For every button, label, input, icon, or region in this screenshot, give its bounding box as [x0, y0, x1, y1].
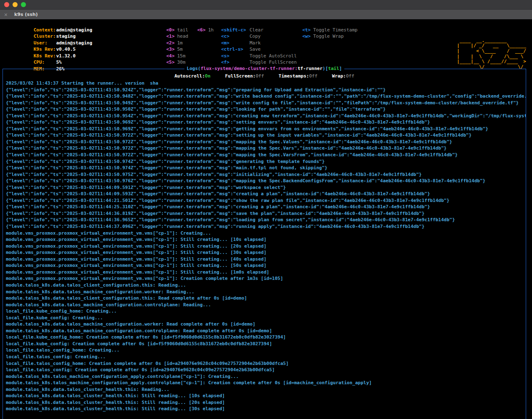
hotkey-label: Mark: [249, 40, 261, 46]
title-bracket-close: ]: [339, 66, 342, 71]
hotkey-label: Copy: [249, 34, 261, 39]
log-line: {"level":"info","ts":"2025-03-02T11:44:2…: [6, 197, 526, 204]
log-line: module.vms_proxmox.proxmox_virtual_envir…: [6, 275, 526, 282]
log-line: 2025/03/02 11:43:37 Starting the runner.…: [6, 80, 526, 87]
hotkey-key: <ctrl-s>: [221, 46, 249, 53]
status-label: Wrap:: [332, 73, 346, 79]
cluster-info-row: Context:admin@staging: [6, 20, 92, 27]
status-label: FullScreen:: [225, 73, 256, 79]
log-line: module.talos_k8s.data.talos_client_confi…: [6, 295, 526, 302]
log-line: module.vms_proxmox.proxmox_virtual_envir…: [6, 243, 526, 250]
log-status-row: Autoscroll:On FullScreen:Off Timestamps:…: [3, 73, 526, 80]
hotkey-key: <t>: [302, 27, 313, 34]
log-line: {"level":"info","ts":"2025-03-02T11:43:5…: [6, 106, 526, 113]
tab-close-icon[interactable]: ✕: [4, 11, 11, 18]
status-label: Timestamps:: [279, 73, 309, 79]
log-line: {"level":"info","ts":"2025-03-02T11:44:3…: [6, 223, 526, 230]
info-value: v1.32.0: [56, 53, 75, 59]
hotkey-key: <3>: [166, 46, 177, 53]
info-value: v0.40.5: [56, 47, 75, 52]
log-line: module.talos_k8s.talos_machine_configura…: [6, 380, 526, 386]
hotkey-key: <w>: [302, 33, 313, 40]
log-line: {"level":"info","ts":"2025-03-02T11:43:5…: [6, 113, 526, 119]
status-item: Autoscroll:On: [175, 73, 211, 80]
status-value: Off: [256, 73, 264, 79]
log-line: {"level":"info","ts":"2025-03-02T11:43:5…: [6, 145, 526, 152]
log-line: module.talos_k8s.data.talos_cluster_heal…: [6, 406, 526, 412]
log-line: {"level":"info","ts":"2025-03-02T11:44:3…: [6, 210, 526, 217]
terminal-tab-bar: ✕ k9s (ssh): [0, 9, 532, 19]
log-line: {"level":"info","ts":"2025-03-02T11:43:5…: [6, 119, 526, 126]
info-label: Cluster:: [33, 33, 56, 40]
info-value: admin@staging: [56, 40, 92, 46]
logs-panel: Logs(flux-system/demo-cluster-tf-runner:…: [3, 69, 526, 419]
status-item: FullScreen:Off: [225, 73, 264, 80]
log-lines-viewport[interactable]: 2025/03/02 11:43:37 Starting the runner.…: [3, 80, 526, 419]
log-line: module.talos_k8s.data.talos_machine_conf…: [6, 321, 526, 328]
status-label: Autoscroll:: [175, 73, 205, 79]
log-line: {"level":"info","ts":"2025-03-02T11:43:5…: [6, 165, 526, 171]
log-line: module.vms_proxmox.proxmox_virtual_envir…: [6, 256, 526, 263]
info-label: K9s Rev:: [33, 46, 56, 53]
terminal-window: ✕ k9s (ssh) Context:admin@staging Cluste…: [0, 0, 532, 419]
logo-line: | < \____ / ___/: [457, 49, 526, 54]
hotkey-key: <5>: [166, 59, 177, 66]
terminal-screen[interactable]: Context:admin@staging Cluster:staging Us…: [0, 19, 532, 419]
log-line: local_file.talos_config_home: Creation c…: [6, 360, 526, 367]
hotkey-label: Toggle Timestamp: [313, 27, 357, 33]
zoom-window-button[interactable]: [21, 2, 26, 7]
log-line: {"level":"info","ts":"2025-03-02T11:44:0…: [6, 191, 526, 197]
title-namespace-pod: flux-system/demo-cluster-tf-runner:: [200, 66, 298, 71]
hotkey-label: 15m: [177, 53, 185, 59]
traffic-lights: [4, 2, 26, 7]
hotkey-label: Toggle FullScreen: [249, 59, 297, 65]
log-line: module.vms_proxmox.proxmox_virtual_envir…: [6, 249, 526, 256]
log-line: {"level":"info","ts":"2025-03-02T11:43:5…: [6, 178, 526, 184]
status-value: Off: [309, 73, 317, 79]
hotkey-key: <f>: [221, 59, 249, 66]
log-line: {"level":"info","ts":"2025-03-02T11:44:0…: [6, 184, 526, 191]
log-line: module.talos_k8s.data.talos_machine_conf…: [6, 328, 526, 334]
macos-titlebar: [0, 0, 532, 9]
tab-title: k9s (ssh): [14, 12, 38, 17]
minimize-window-button[interactable]: [13, 2, 18, 7]
info-label: K8s Rev:: [33, 53, 56, 59]
log-line: {"level":"info","ts":"2025-03-02T11:43:5…: [6, 152, 526, 158]
log-line: module.talos_k8s.data.talos_cluster_heal…: [6, 393, 526, 399]
hotkey-key: <c>: [221, 33, 249, 40]
close-window-button[interactable]: [4, 2, 9, 7]
log-line: {"level":"info","ts":"2025-03-02T11:43:5…: [6, 132, 526, 139]
info-label: CPU:: [33, 59, 56, 66]
hotkey-label: Clear: [249, 27, 263, 33]
log-line: module.vms_proxmox.proxmox_virtual_envir…: [6, 236, 526, 243]
log-line: local_file.talos_config: Creating...: [6, 354, 526, 360]
title-bracket-open: [: [325, 66, 328, 71]
hotkey-label: 5m: [177, 47, 182, 52]
log-line: {"level":"info","ts":"2025-03-02T11:43:5…: [6, 139, 526, 145]
log-line: local_file.talos_config: Creation comple…: [6, 367, 526, 373]
hotkey-column-toggles: <t>Toggle Timestamp <w>Toggle Wrap: [275, 20, 357, 33]
status-value: Off: [346, 73, 354, 79]
k9s-ascii-logo: ____ __.________| |/ _/ __ \______| < \_…: [457, 22, 526, 70]
log-line: {"level":"info","ts":"2025-03-02T11:44:3…: [6, 217, 526, 223]
info-label: User:: [33, 40, 56, 47]
log-line: {"level":"info","ts":"2025-03-02T11:43:5…: [6, 100, 526, 106]
log-line: local_file.talos_config_home: Creating..…: [6, 347, 526, 354]
info-value: staging: [56, 34, 75, 39]
info-label: Context:: [33, 27, 56, 34]
log-line: {"level":"info","ts":"2025-03-02T11:43:5…: [6, 87, 526, 93]
hotkey-label: Save: [249, 47, 261, 52]
log-line: {"level":"info","ts":"2025-03-02T11:43:5…: [6, 158, 526, 165]
info-value: 5%: [56, 59, 62, 65]
hotkey-label: Toggle Wrap: [313, 34, 344, 39]
log-line: module.talos_k8s.data.talos_client_confi…: [6, 282, 526, 289]
hotkey-label: 30m: [177, 59, 185, 65]
log-line: module.vms_proxmox.proxmox_virtual_envir…: [6, 230, 526, 237]
hotkey-label: Toggle AutoScroll: [249, 53, 297, 59]
logs-panel-title: Logs(flux-system/demo-cluster-tf-runner:…: [184, 65, 344, 72]
log-line: {"level":"info","ts":"2025-03-02T11:44:2…: [6, 204, 526, 210]
log-line: local_file.kube_config: Creation complet…: [6, 341, 526, 347]
status-item: Timestamps:Off: [279, 73, 318, 80]
status-item: Wrap:Off: [332, 73, 354, 80]
hotkey-key: <4>: [166, 53, 177, 59]
